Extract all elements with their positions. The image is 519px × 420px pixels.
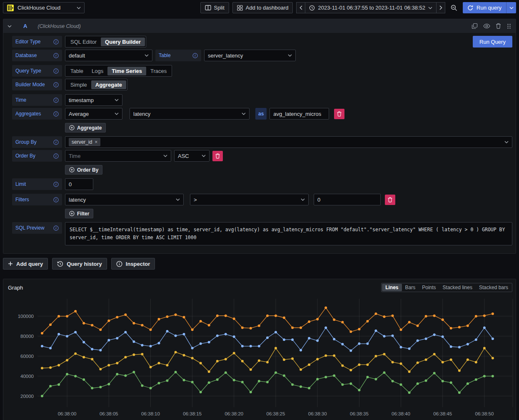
remove-aggregate-button[interactable] bbox=[334, 109, 344, 119]
chevron-down-icon bbox=[301, 198, 305, 201]
alias-as-chip: as bbox=[255, 108, 267, 120]
chevron-down-icon bbox=[176, 198, 180, 201]
query-type-option-table[interactable]: Table bbox=[66, 67, 87, 75]
info-icon: i bbox=[53, 225, 59, 231]
filter-operator-select[interactable]: > bbox=[190, 194, 309, 205]
group-by-label: Group By i bbox=[12, 136, 62, 148]
zoom-out-time-button[interactable] bbox=[449, 2, 459, 13]
info-icon: i bbox=[53, 39, 59, 45]
refresh-icon bbox=[467, 5, 473, 11]
aggregate-function-select[interactable]: Average bbox=[65, 108, 122, 120]
run-query-options-button[interactable] bbox=[506, 2, 516, 13]
aggregates-label: Aggregates i bbox=[12, 108, 62, 120]
database-select[interactable]: default bbox=[65, 50, 152, 61]
info-icon: i bbox=[53, 98, 59, 103]
remove-order-by-button[interactable] bbox=[212, 151, 223, 161]
run-query-button[interactable]: Run query bbox=[463, 2, 506, 13]
graph-style-lines[interactable]: Lines bbox=[382, 284, 402, 291]
add-query-button[interactable]: Add query bbox=[3, 258, 48, 270]
filter-value-input[interactable]: 0 bbox=[314, 194, 381, 205]
query-header[interactable]: A (ClickHouse Cloud) bbox=[3, 19, 516, 33]
builder-mode-option-aggregate[interactable]: Aggregate bbox=[91, 80, 126, 89]
limit-row: Limit i 0 bbox=[12, 178, 512, 190]
svg-text:06:38:45: 06:38:45 bbox=[433, 411, 452, 416]
svg-text:06:38:40: 06:38:40 bbox=[392, 411, 410, 416]
query-history-button[interactable]: Query history bbox=[52, 258, 107, 270]
svg-text:20000: 20000 bbox=[20, 394, 34, 399]
datasource-name: ClickHouse Cloud bbox=[17, 5, 73, 11]
query-datasource-hint: (ClickHouse Cloud) bbox=[37, 23, 80, 29]
svg-text:06:38:30: 06:38:30 bbox=[308, 411, 327, 416]
add-to-dashboard-button[interactable]: Add to dashboard bbox=[232, 2, 293, 13]
trash-icon bbox=[337, 111, 342, 117]
query-type-option-timeseries[interactable]: Time Series bbox=[107, 67, 146, 75]
svg-text:i: i bbox=[55, 112, 57, 116]
svg-text:06:38:00: 06:38:00 bbox=[58, 411, 77, 416]
time-shift-forward-button[interactable] bbox=[436, 2, 445, 13]
time-range-button[interactable]: 2023-11-01 06:37:55 to 2023-11-01 06:38:… bbox=[305, 2, 436, 13]
svg-text:i: i bbox=[55, 53, 57, 58]
duplicate-query-icon[interactable] bbox=[472, 23, 478, 29]
svg-text:06:38:20: 06:38:20 bbox=[225, 411, 243, 416]
split-button[interactable]: Split bbox=[200, 2, 229, 13]
add-to-dashboard-label: Add to dashboard bbox=[246, 5, 289, 11]
drag-handle-icon[interactable] bbox=[507, 23, 512, 29]
panel-run-query-button[interactable]: Run Query bbox=[473, 36, 512, 48]
editor-type-option-sql[interactable]: SQL Editor bbox=[66, 38, 101, 46]
alias-input[interactable]: avg_latency_micros bbox=[269, 108, 329, 120]
graph-style-bars[interactable]: Bars bbox=[402, 284, 419, 291]
order-by-field-select[interactable]: Time bbox=[65, 150, 171, 162]
builder-mode-option-simple[interactable]: Simple bbox=[66, 80, 91, 89]
time-row: Time i timestamp bbox=[12, 94, 512, 106]
svg-text:i: i bbox=[55, 198, 57, 202]
hide-response-eye-icon[interactable] bbox=[483, 23, 490, 29]
query-type-option-logs[interactable]: Logs bbox=[87, 67, 107, 75]
graph-style-stacked-lines[interactable]: Stacked lines bbox=[439, 284, 476, 291]
clickhouse-logo-icon bbox=[7, 4, 14, 12]
limit-input[interactable]: 0 bbox=[65, 178, 93, 190]
editor-type-option-builder[interactable]: Query Builder bbox=[101, 38, 145, 46]
info-icon: i bbox=[53, 53, 59, 58]
query-header-actions bbox=[472, 23, 512, 29]
inspector-button[interactable]: Inspector bbox=[111, 258, 155, 270]
svg-text:i: i bbox=[55, 182, 57, 186]
timeseries-chart[interactable]: 2000040000600008000010000006:38:0006:38:… bbox=[7, 295, 513, 420]
graph-style-points[interactable]: Points bbox=[419, 284, 439, 291]
add-aggregate-button[interactable]: Aggregate bbox=[65, 123, 106, 132]
sql-preview-row: SQL Preview i SELECT $__timeInterval(tim… bbox=[12, 222, 512, 245]
collapse-chevron-icon[interactable] bbox=[7, 25, 12, 28]
order-by-direction-select[interactable]: ASC bbox=[174, 150, 210, 162]
svg-text:i: i bbox=[195, 53, 196, 58]
svg-text:06:38:15: 06:38:15 bbox=[183, 411, 202, 416]
remove-query-trash-icon[interactable] bbox=[496, 23, 501, 29]
svg-text:100000: 100000 bbox=[18, 314, 34, 319]
split-icon bbox=[205, 5, 211, 10]
remove-tag-icon[interactable]: × bbox=[95, 139, 97, 145]
aggregate-column-select[interactable]: latency bbox=[130, 108, 250, 120]
query-type-option-traces[interactable]: Traces bbox=[146, 67, 171, 75]
filters-row: Filters i latency > 0 bbox=[12, 194, 512, 205]
filter-column-select[interactable]: latency bbox=[65, 194, 184, 205]
database-label: Database i bbox=[12, 50, 62, 61]
svg-text:i: i bbox=[55, 154, 57, 158]
graph-style-stacked-bars[interactable]: Stacked bars bbox=[476, 284, 512, 291]
info-icon: i bbox=[53, 153, 59, 159]
time-range-picker: 2023-11-01 06:37:55 to 2023-11-01 06:38:… bbox=[296, 2, 445, 13]
svg-text:80000: 80000 bbox=[20, 334, 34, 339]
table-select[interactable]: server_latency bbox=[204, 50, 296, 61]
svg-text:40000: 40000 bbox=[20, 374, 34, 379]
builder-mode-row: Builder Mode i Simple Aggregate bbox=[12, 79, 512, 90]
svg-text:i: i bbox=[55, 140, 57, 144]
remove-filter-button[interactable] bbox=[385, 195, 395, 205]
chevron-down-icon bbox=[115, 99, 119, 101]
add-filter-button[interactable]: Filter bbox=[65, 209, 93, 218]
time-column-select[interactable]: timestamp bbox=[65, 94, 122, 106]
query-editor-panel: A (ClickHouse Cloud) Run Query Editor Ty… bbox=[3, 19, 516, 254]
add-order-by-button[interactable]: Order By bbox=[65, 165, 102, 175]
group-by-tag[interactable]: server_id × bbox=[69, 138, 100, 146]
datasource-picker[interactable]: ClickHouse Cloud bbox=[3, 2, 85, 13]
trash-icon bbox=[388, 197, 392, 202]
info-icon: i bbox=[192, 53, 198, 58]
time-shift-back-button[interactable] bbox=[296, 2, 305, 13]
group-by-multiselect[interactable]: server_id × bbox=[65, 136, 512, 148]
